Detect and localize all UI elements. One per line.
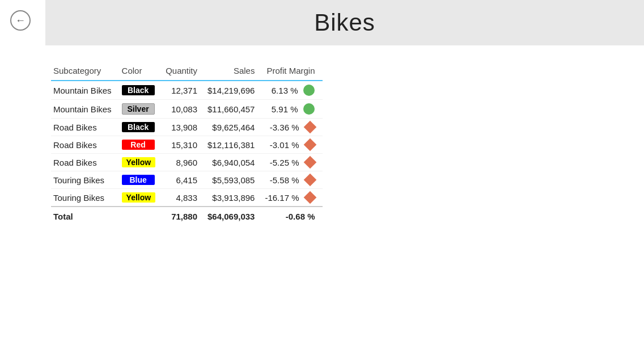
footer-label: Total [51,207,120,225]
profit-margin-value: -5.25 % [270,158,299,167]
cell-profit-margin: 6.13 % [262,81,323,100]
col-header-sales: Sales [205,62,262,81]
table-row: Mountain BikesSilver10,083$11,660,4575.9… [51,100,323,119]
color-badge: Black [122,122,155,132]
cell-sales: $9,625,464 [205,119,262,136]
cell-color: Yellow [120,154,164,171]
cell-sales: $12,116,381 [205,136,262,154]
cell-profit-margin: -16.17 % [262,189,323,207]
cell-subcategory: Mountain Bikes [51,81,120,100]
data-table: Subcategory Color Quantity Sales Profit … [51,62,323,225]
page-title: Bikes [314,9,375,36]
cell-color: Red [120,136,164,154]
header-bar: Bikes [45,0,644,45]
table-row: Touring BikesYellow4,833$3,913,896-16.17… [51,189,323,207]
cell-quantity: 4,833 [163,189,205,207]
cell-sales: $6,940,054 [205,154,262,171]
cell-profit-margin: -5.25 % [262,154,323,171]
cell-color: Black [120,119,164,136]
cell-sales: $11,660,457 [205,100,262,119]
profit-margin-value: -3.01 % [270,140,299,150]
profit-indicator-diamond [304,138,317,151]
col-header-profit-margin: Profit Margin [262,62,323,81]
profit-indicator-diamond [304,156,317,169]
profit-indicator-diamond [304,174,317,187]
table-header-row: Subcategory Color Quantity Sales Profit … [51,62,323,81]
col-header-quantity: Quantity [163,62,205,81]
footer-sales: $64,069,033 [205,207,262,225]
cell-profit-margin: 5.91 % [262,100,323,119]
cell-subcategory: Road Bikes [51,154,120,171]
profit-margin-value: -5.58 % [270,175,299,185]
cell-subcategory: Touring Bikes [51,189,120,207]
cell-color: Yellow [120,189,164,207]
color-badge: Black [122,85,155,95]
cell-sales: $14,219,696 [205,81,262,100]
cell-sales: $3,913,896 [205,189,262,207]
profit-indicator-diamond [304,191,317,204]
table-row: Road BikesRed15,310$12,116,381-3.01 % [51,136,323,154]
profit-margin-value: 6.13 % [272,86,298,95]
color-badge: Red [122,140,155,150]
color-badge: Yellow [122,157,156,167]
main-table-container: Subcategory Color Quantity Sales Profit … [45,62,644,225]
profit-margin-value: 5.91 % [272,104,298,114]
cell-quantity: 6,415 [163,171,205,189]
cell-quantity: 10,083 [163,100,205,119]
profit-indicator-circle [303,103,315,115]
profit-indicator-circle [303,85,315,96]
table-row: Mountain BikesBlack12,371$14,219,6966.13… [51,81,323,100]
cell-quantity: 12,371 [163,81,205,100]
cell-quantity: 15,310 [163,136,205,154]
cell-quantity: 8,960 [163,154,205,171]
cell-color: Silver [120,100,164,119]
cell-profit-margin: -3.01 % [262,136,323,154]
color-badge: Blue [122,175,155,185]
color-badge: Silver [122,103,155,115]
cell-subcategory: Road Bikes [51,136,120,154]
back-icon: ← [15,15,26,27]
footer-quantity: 71,880 [163,207,205,225]
cell-sales: $5,593,085 [205,171,262,189]
cell-color: Blue [120,171,164,189]
back-button[interactable]: ← [10,10,31,31]
footer-color-empty [120,207,164,225]
cell-color: Black [120,81,164,100]
table-row: Road BikesYellow8,960$6,940,054-5.25 % [51,154,323,171]
table-row: Touring BikesBlue6,415$5,593,085-5.58 % [51,171,323,189]
table-row: Road BikesBlack13,908$9,625,464-3.36 % [51,119,323,136]
profit-margin-value: -16.17 % [265,193,299,203]
profit-indicator-diamond [304,121,317,134]
cell-quantity: 13,908 [163,119,205,136]
cell-subcategory: Touring Bikes [51,171,120,189]
cell-subcategory: Mountain Bikes [51,100,120,119]
table-footer-row: Total 71,880 $64,069,033 -0.68 % [51,207,323,225]
cell-subcategory: Road Bikes [51,119,120,136]
cell-profit-margin: -3.36 % [262,119,323,136]
col-header-color: Color [120,62,164,81]
col-header-subcategory: Subcategory [51,62,120,81]
profit-margin-value: -3.36 % [270,123,299,132]
footer-profit-margin: -0.68 % [262,207,323,225]
color-badge: Yellow [122,192,156,203]
cell-profit-margin: -5.58 % [262,171,323,189]
